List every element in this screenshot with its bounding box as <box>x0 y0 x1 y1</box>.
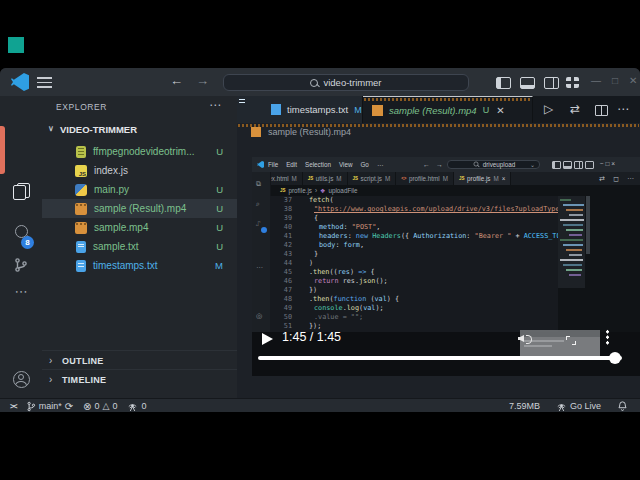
file-row[interactable]: timestamps.txtM <box>42 256 237 275</box>
recording-menu-item: View <box>339 161 353 168</box>
file-name: main.py <box>94 184 129 195</box>
recording-code-editor: 37fetch(38"https://www.googleapis.com/up… <box>270 196 558 332</box>
explorer-sidebar: EXPLORER ⋯ ∨ VIDEO-TRIMMER ffmpegnodevid… <box>42 96 238 398</box>
explorer-title: EXPLORER <box>56 102 107 112</box>
file-size-item: 7.59MB <box>509 401 540 411</box>
file-row[interactable]: sample.txtU <box>42 237 237 256</box>
tab-bar: timestamps.txt M sample (Result).mp4 U ✕… <box>237 96 640 123</box>
recording-menu-item: Go <box>360 161 368 168</box>
toggle-sidebar-icon[interactable] <box>496 77 511 89</box>
errors-icon: ⊗ <box>83 401 91 412</box>
untracked-badge: U <box>483 105 490 115</box>
tab-timestamps[interactable]: timestamps.txt M <box>237 96 363 123</box>
code-line: 37fetch( <box>270 196 558 205</box>
accounts-icon[interactable] <box>0 362 42 396</box>
file-row[interactable]: ffmpegnodevideotrim...U <box>42 142 237 161</box>
timeline-label: TIMELINE <box>62 375 106 385</box>
code-line: 41headers: new Headers({ Authorization: … <box>270 232 558 241</box>
editor-group: timestamps.txt M sample (Result).mp4 U ✕… <box>237 96 640 398</box>
explorer-icon[interactable] <box>0 174 42 208</box>
recording-scm-badge <box>261 227 267 233</box>
file-row[interactable]: JSindex.js <box>42 161 237 180</box>
video-menu-kebab-icon[interactable] <box>606 329 609 345</box>
customize-layout-icon[interactable] <box>566 77 579 88</box>
recording-title-bar: FileEditSelectionViewGo⋯ ←→ driveupload … <box>252 157 640 172</box>
close-button[interactable]: ✕ <box>629 75 637 86</box>
git-status-badge: U <box>216 241 223 252</box>
chevron-right-icon: › <box>49 374 52 385</box>
file-list: ffmpegnodevideotrim...UJSindex.jsmain.py… <box>42 142 237 275</box>
problems-item[interactable]: ⊗ 0 △ 0 <box>83 401 117 412</box>
git-branch-item[interactable]: main* ⟳ <box>26 401 73 412</box>
breadcrumb[interactable]: sample (Result).mp4 <box>237 123 640 140</box>
recording-tab: <>profile.htmlM <box>396 172 454 185</box>
recording-minimap <box>558 196 585 288</box>
git-status-badge: U <box>216 184 223 195</box>
file-name: sample.txt <box>93 241 139 252</box>
compare-changes-icon[interactable]: ⇄ <box>570 102 580 116</box>
folder-root-row[interactable]: ∨ VIDEO-TRIMMER <box>42 122 237 140</box>
tab-sample-result[interactable]: sample (Result).mp4 U ✕ <box>363 96 533 123</box>
screenshot-stage: ← → video-trimmer — □ ✕ <box>0 0 640 480</box>
toggle-panel-icon[interactable] <box>520 77 535 89</box>
chevron-down-icon: ∨ <box>48 124 54 133</box>
code-line: 49console.log(val); <box>270 304 558 313</box>
recording-inset-window <box>520 330 600 357</box>
text-file-icon <box>271 104 281 115</box>
file-name: index.js <box>94 165 128 176</box>
notifications-bell-icon[interactable] <box>617 400 628 412</box>
sync-icon[interactable]: ⟳ <box>65 401 73 412</box>
warnings-icon: △ <box>102 401 109 411</box>
tab-label: sample (Result).mp4 <box>389 105 477 116</box>
recording-breadcrumb: JS profile.js ›❖ uploadFile <box>252 185 640 196</box>
code-line: 47}) <box>270 286 558 295</box>
explorer-more-icon[interactable]: ⋯ <box>209 98 221 112</box>
modified-badge: M <box>354 105 362 115</box>
title-bar: ← → video-trimmer — □ ✕ <box>0 68 640 97</box>
recording-menu-item: ⋯ <box>377 161 383 168</box>
file-row[interactable]: sample (Result).mp4U <box>42 199 237 218</box>
recording-vscode-logo-icon <box>257 161 264 168</box>
active-item-indicator <box>0 126 5 174</box>
activity-bar: 8 ⋯ <box>0 96 42 398</box>
vscode-window: ← → video-trimmer — □ ✕ <box>0 68 640 412</box>
activitybar-more-icon[interactable]: ⋯ <box>0 274 42 308</box>
recording-menus: FileEditSelectionViewGo⋯ <box>268 161 383 168</box>
timeline-section[interactable]: › TIMELINE <box>42 369 237 389</box>
code-line: 42body: form, <box>270 241 558 250</box>
git-status-badge: U <box>216 203 223 214</box>
remote-indicator[interactable]: >< <box>10 402 16 411</box>
errors-count: 0 <box>94 401 99 411</box>
play-button[interactable] <box>262 333 273 345</box>
video-player[interactable]: FileEditSelectionViewGo⋯ ←→ driveupload … <box>252 157 640 376</box>
nav-back-button[interactable]: ← <box>170 73 183 88</box>
video-file-icon <box>251 127 261 137</box>
nav-forward-button[interactable]: → <box>196 73 209 88</box>
video-progress-bar[interactable] <box>258 356 622 360</box>
code-line: 48.then(function (val) { <box>270 295 558 304</box>
ports-count: 0 <box>141 401 146 411</box>
code-line: 40method: "POST", <box>270 223 558 232</box>
toggle-secondary-sidebar-icon[interactable] <box>544 77 559 89</box>
outline-section[interactable]: › OUTLINE <box>42 350 237 370</box>
split-editor-icon[interactable] <box>595 105 608 116</box>
editor-more-icon[interactable]: ⋯ <box>617 102 629 116</box>
ports-item[interactable]: 0 <box>127 401 146 412</box>
file-name: timestamps.txt <box>93 260 157 271</box>
fullscreen-icon[interactable] <box>566 336 574 343</box>
maximize-button[interactable]: □ <box>612 75 618 86</box>
code-line: 50.value = ""; <box>270 313 558 322</box>
tab-close-icon[interactable]: ✕ <box>496 105 504 116</box>
recording-tab: JSutils.jsM <box>303 172 348 185</box>
command-center-search[interactable]: video-trimmer <box>223 74 469 91</box>
recording-search: driveupload ⌄ <box>447 160 540 169</box>
run-button[interactable]: ▷ <box>544 102 553 116</box>
video-progress-thumb[interactable] <box>609 352 621 364</box>
breadcrumb-label: sample (Result).mp4 <box>268 127 351 137</box>
minimize-button[interactable]: — <box>591 75 601 86</box>
file-row[interactable]: main.pyU <box>42 180 237 199</box>
go-live-item[interactable]: Go Live <box>556 401 601 412</box>
teal-marker <box>8 37 24 53</box>
file-row[interactable]: sample.mp4U <box>42 218 237 237</box>
menu-hamburger-icon[interactable] <box>37 77 52 88</box>
